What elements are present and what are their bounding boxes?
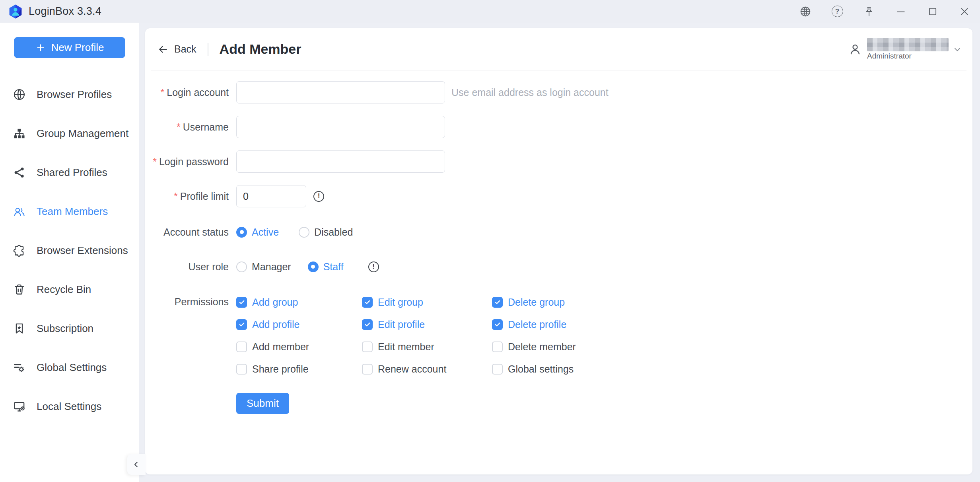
- minimize-icon: [895, 6, 907, 18]
- sidebar-item-recycle-bin[interactable]: Recycle Bin: [0, 270, 139, 309]
- chevron-down-icon: [953, 45, 962, 54]
- close-icon: [959, 6, 970, 18]
- globe-icon: [13, 88, 26, 101]
- pin-button[interactable]: [861, 4, 877, 20]
- back-button[interactable]: Back: [157, 43, 196, 55]
- login-account-input[interactable]: [236, 81, 445, 103]
- checkbox-icon: [492, 341, 503, 352]
- checkbox-icon: [236, 319, 247, 330]
- new-profile-button[interactable]: New Profile: [14, 37, 125, 58]
- main-area: Back Add Member Administrator: [139, 23, 980, 482]
- permission-renew-account[interactable]: Renew account: [362, 363, 492, 375]
- permission-global-settings[interactable]: Global settings: [492, 363, 576, 375]
- team-icon: [13, 205, 26, 218]
- sidebar-item-shared-profiles[interactable]: Shared Profiles: [0, 153, 139, 192]
- profile-limit-info-icon[interactable]: !: [313, 191, 324, 202]
- monitor-gear-icon: [13, 400, 26, 413]
- user-role-label: User role: [145, 261, 229, 273]
- permissions-grid: Add group Edit group Delete group: [236, 294, 576, 377]
- permission-delete-member[interactable]: Delete member: [492, 341, 576, 353]
- bookmark-star-icon: [13, 322, 26, 335]
- pin-icon: [863, 6, 875, 18]
- loginbox-logo-icon: [8, 4, 23, 19]
- checkbox-icon: [362, 319, 373, 330]
- language-globe-button[interactable]: [797, 4, 813, 20]
- sidebar-nav: Browser Profiles Group Management: [0, 75, 139, 426]
- account-status-option-active[interactable]: Active: [236, 226, 279, 238]
- account-status-option-disabled[interactable]: Disabled: [299, 226, 353, 238]
- add-member-card: Back Add Member Administrator: [145, 28, 972, 474]
- back-arrow-icon: [157, 43, 169, 55]
- permission-add-member[interactable]: Add member: [236, 341, 362, 353]
- close-button[interactable]: [957, 4, 972, 20]
- share-icon: [13, 166, 26, 179]
- sidebar-item-group-management[interactable]: Group Management: [0, 114, 139, 153]
- permissions-label: Permissions: [145, 294, 229, 308]
- login-account-helper: Use email address as login account: [451, 87, 609, 98]
- help-icon: ?: [832, 6, 843, 17]
- add-member-form: *Login account Use email address as logi…: [145, 70, 972, 414]
- user-role-option-manager[interactable]: Manager: [236, 261, 291, 273]
- checkbox-icon: [236, 297, 247, 308]
- app-title: LoginBox 3.3.4: [29, 5, 101, 18]
- header-divider: [208, 43, 208, 56]
- radio-icon: [308, 261, 319, 272]
- title-bar: LoginBox 3.3.4 ?: [0, 0, 980, 23]
- trash-icon: [13, 283, 26, 296]
- minimize-button[interactable]: [893, 4, 909, 20]
- maximize-icon: [927, 6, 939, 18]
- sidebar-item-subscription[interactable]: Subscription: [0, 309, 139, 348]
- sidebar-collapse-button[interactable]: [127, 454, 146, 475]
- checkbox-icon: [236, 341, 247, 352]
- permission-share-profile[interactable]: Share profile: [236, 363, 362, 375]
- checkbox-icon: [492, 297, 503, 308]
- permission-edit-profile[interactable]: Edit profile: [362, 319, 492, 330]
- user-icon: [848, 42, 862, 57]
- permission-edit-group[interactable]: Edit group: [362, 297, 492, 308]
- username-input[interactable]: [236, 116, 445, 138]
- account-role-label: Administrator: [867, 52, 949, 60]
- user-menu[interactable]: Administrator: [848, 38, 962, 60]
- permission-edit-member[interactable]: Edit member: [362, 341, 492, 353]
- radio-icon: [236, 261, 247, 272]
- checkbox-icon: [362, 297, 373, 308]
- sidebar-item-browser-extensions[interactable]: Browser Extensions: [0, 231, 139, 270]
- card-header: Back Add Member Administrator: [145, 28, 972, 70]
- login-account-label: *Login account: [145, 87, 229, 98]
- chevron-left-icon: [132, 460, 141, 469]
- sidebar-item-browser-profiles[interactable]: Browser Profiles: [0, 75, 139, 114]
- plus-icon: [35, 43, 46, 53]
- checkbox-icon: [492, 319, 503, 330]
- user-role-info-icon[interactable]: !: [368, 261, 379, 272]
- permission-delete-group[interactable]: Delete group: [492, 297, 576, 308]
- globe-icon: [799, 6, 811, 18]
- maximize-button[interactable]: [925, 4, 941, 20]
- sidebar-item-local-settings[interactable]: Local Settings: [0, 387, 139, 426]
- app-window: LoginBox 3.3.4 ?: [0, 0, 980, 482]
- permission-add-group[interactable]: Add group: [236, 297, 362, 308]
- settings-list-icon: [13, 361, 26, 374]
- page-title: Add Member: [220, 41, 301, 57]
- user-role-option-staff[interactable]: Staff: [308, 261, 344, 273]
- help-button[interactable]: ?: [829, 4, 845, 20]
- checkbox-icon: [362, 364, 373, 375]
- login-password-input[interactable]: [236, 150, 445, 173]
- checkbox-icon: [236, 364, 247, 375]
- profile-limit-label: *Profile limit: [145, 191, 229, 202]
- sidebar-item-team-members[interactable]: Team Members: [0, 192, 139, 231]
- permission-add-profile[interactable]: Add profile: [236, 319, 362, 330]
- permission-delete-profile[interactable]: Delete profile: [492, 319, 576, 330]
- checkbox-icon: [362, 341, 373, 352]
- account-status-label: Account status: [145, 226, 229, 238]
- login-password-label: *Login password: [145, 156, 229, 168]
- redacted-account-name: [867, 38, 949, 51]
- checkbox-icon: [492, 364, 503, 375]
- puzzle-icon: [13, 244, 26, 257]
- profile-limit-input[interactable]: [236, 185, 306, 207]
- org-chart-icon: [13, 127, 26, 140]
- radio-icon: [299, 227, 309, 238]
- sidebar: New Profile Browser Profiles: [0, 23, 139, 482]
- submit-button[interactable]: Submit: [236, 393, 289, 414]
- radio-icon: [236, 227, 247, 238]
- sidebar-item-global-settings[interactable]: Global Settings: [0, 348, 139, 387]
